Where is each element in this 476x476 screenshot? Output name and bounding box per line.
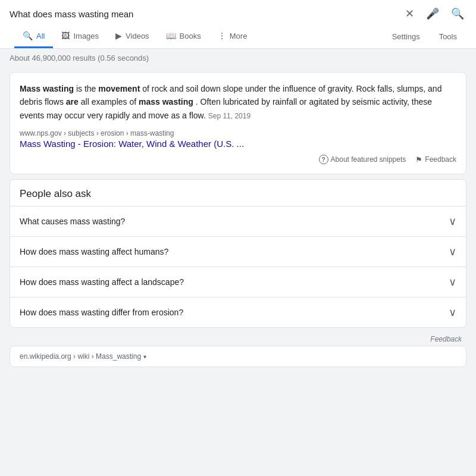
paa-item-2[interactable]: How does mass wasting affect a landscape… xyxy=(10,267,466,297)
results-info: About 46,900,000 results (0.56 seconds) xyxy=(0,49,476,67)
close-button[interactable]: ✕ xyxy=(403,5,416,23)
wiki-url-text: en.wikipedia.org › wiki › Mass_wasting xyxy=(20,352,141,361)
tab-more[interactable]: ⋮ More xyxy=(209,25,256,48)
snippet-link[interactable]: Mass Wasting - Erosion: Water, Wind & We… xyxy=(20,139,244,149)
mic-button[interactable]: 🎤 xyxy=(424,5,441,23)
snippet-feedback-label: Feedback xyxy=(425,155,456,164)
snippet-date: Sep 11, 2019 xyxy=(208,112,250,120)
paa-item-1[interactable]: How does mass wasting affect humans? ∨ xyxy=(10,236,466,267)
paa-item-0[interactable]: What causes mass wasting? ∨ xyxy=(10,206,466,236)
wiki-url: en.wikipedia.org › wiki › Mass_wasting ▾ xyxy=(20,352,456,361)
all-icon: 🔍 xyxy=(23,31,33,40)
tab-images[interactable]: 🖼 Images xyxy=(53,25,107,48)
paa-question-0: What causes mass wasting? xyxy=(20,217,125,226)
snippet-text-1: is the xyxy=(76,84,98,93)
bottom-feedback-label[interactable]: Feedback xyxy=(430,335,462,343)
snippet-text: Mass wasting is the movement of rock and… xyxy=(20,82,456,122)
tab-books[interactable]: 📖 Books xyxy=(158,25,209,48)
flag-icon: ⚑ xyxy=(415,155,422,164)
snippet-bold-4: mass wasting xyxy=(139,97,193,107)
tab-more-label: More xyxy=(230,32,248,40)
top-bar: What does mass wasting mean ✕ 🎤 🔍 🔍 All … xyxy=(0,0,476,49)
nav-right: Settings Tools xyxy=(387,26,462,47)
wiki-result: en.wikipedia.org › wiki › Mass_wasting ▾ xyxy=(10,346,466,367)
settings-button[interactable]: Settings xyxy=(387,26,425,47)
tab-videos-label: Videos xyxy=(126,32,149,40)
search-icons: ✕ 🎤 🔍 xyxy=(403,5,466,23)
nav-tabs: 🔍 All 🖼 Images ▶ Videos 📖 Books ⋮ More S… xyxy=(10,25,466,48)
paa-section: People also ask What causes mass wasting… xyxy=(10,179,466,328)
about-snippets-button[interactable]: ? About featured snippets xyxy=(319,155,406,164)
videos-icon: ▶ xyxy=(115,31,122,40)
snippet-bold-2: movement xyxy=(98,84,140,93)
paa-item-3[interactable]: How does mass wasting differ from erosio… xyxy=(10,297,466,327)
snippet-bold-1: Mass wasting xyxy=(20,84,74,93)
search-query: What does mass wasting mean xyxy=(10,9,403,19)
books-icon: 📖 xyxy=(166,31,176,40)
tab-videos[interactable]: ▶ Videos xyxy=(107,25,158,48)
paa-question-3: How does mass wasting differ from erosio… xyxy=(20,308,183,317)
tab-all[interactable]: 🔍 All xyxy=(14,25,53,48)
bottom-feedback: Feedback xyxy=(10,333,466,346)
main-content: Mass wasting is the movement of rock and… xyxy=(0,67,476,377)
info-icon: ? xyxy=(319,155,328,164)
snippet-url: www.nps.gov › subjects › erosion › mass-… xyxy=(20,129,456,137)
featured-snippet: Mass wasting is the movement of rock and… xyxy=(10,72,466,174)
chevron-down-icon-1: ∨ xyxy=(449,245,456,258)
snippet-feedback-button[interactable]: ⚑ Feedback xyxy=(415,155,456,164)
paa-title: People also ask xyxy=(10,180,466,206)
chevron-down-icon-3: ∨ xyxy=(449,306,456,319)
tools-button[interactable]: Tools xyxy=(434,26,462,47)
images-icon: 🖼 xyxy=(61,31,70,40)
search-button[interactable]: 🔍 xyxy=(449,5,466,23)
search-bar-row: What does mass wasting mean ✕ 🎤 🔍 xyxy=(10,0,466,25)
snippet-footer: ? About featured snippets ⚑ Feedback xyxy=(20,155,456,164)
about-snippets-label: About featured snippets xyxy=(331,155,406,164)
snippet-bold-3: are xyxy=(66,97,79,107)
more-icon: ⋮ xyxy=(218,31,226,40)
chevron-down-icon-2: ∨ xyxy=(449,275,456,289)
paa-question-2: How does mass wasting affect a landscape… xyxy=(20,277,184,287)
tab-books-label: Books xyxy=(180,32,201,40)
dropdown-arrow-icon[interactable]: ▾ xyxy=(143,353,146,360)
snippet-text-3: all examples of xyxy=(81,97,139,107)
paa-question-1: How does mass wasting affect humans? xyxy=(20,247,168,256)
tab-all-label: All xyxy=(36,32,45,40)
snippet-source: www.nps.gov › subjects › erosion › mass-… xyxy=(20,129,456,149)
chevron-down-icon-0: ∨ xyxy=(449,215,456,228)
tab-images-label: Images xyxy=(73,32,99,40)
